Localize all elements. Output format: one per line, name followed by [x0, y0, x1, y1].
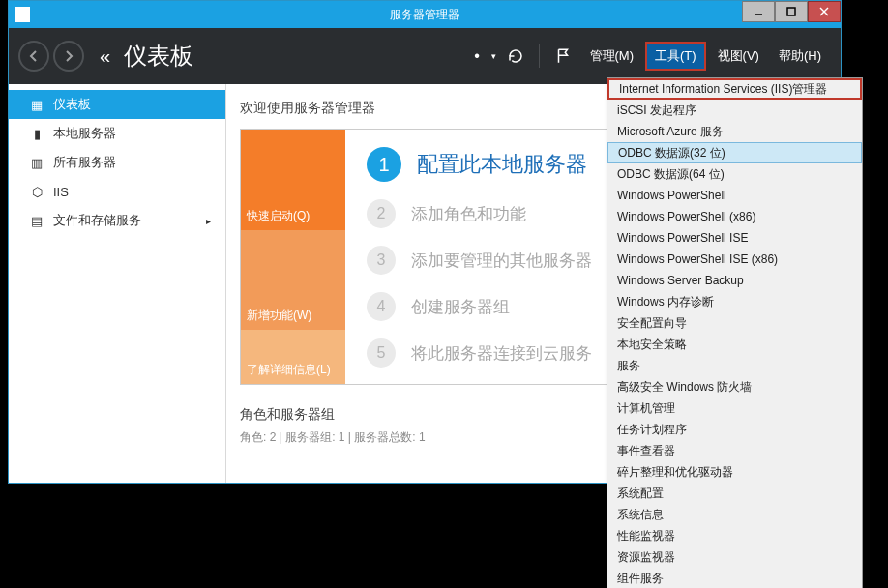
back-button[interactable] — [18, 41, 49, 72]
sidebar-item-iis[interactable]: ⬡ IIS — [9, 177, 225, 206]
servers-icon: ▥ — [30, 156, 44, 170]
tools-item-task-scheduler[interactable]: 任务计划程序 — [607, 419, 862, 440]
tools-item-security-config[interactable]: 安全配置向导 — [607, 312, 862, 334]
storage-icon: ▤ — [30, 214, 44, 228]
window-controls — [742, 1, 841, 22]
sidebar-item-label: 本地服务器 — [53, 125, 116, 142]
sidebar-item-local-server[interactable]: ▮ 本地服务器 — [9, 119, 225, 148]
tools-item-system-info[interactable]: 系统信息 — [607, 504, 862, 525]
whatsnew-section[interactable]: 新增功能(W) — [241, 230, 345, 331]
sidebar-item-label: 仪表板 — [53, 96, 91, 113]
step-number: 5 — [367, 338, 396, 368]
tools-item-resmon[interactable]: 资源监视器 — [607, 546, 862, 568]
server-icon: ▮ — [30, 127, 44, 141]
sidebar-item-storage[interactable]: ▤ 文件和存储服务 ▸ — [9, 206, 225, 235]
app-icon — [15, 7, 30, 22]
tools-item-powershell[interactable]: Windows PowerShell — [607, 185, 862, 206]
sidebar-item-label: 文件和存储服务 — [53, 212, 141, 229]
tools-item-memory-diag[interactable]: Windows 内存诊断 — [607, 291, 862, 312]
dashboard-icon: ▦ — [30, 98, 44, 112]
step-number: 2 — [367, 199, 396, 228]
step-number: 4 — [367, 292, 396, 321]
tools-item-powershell-x86[interactable]: Windows PowerShell (x86) — [607, 206, 862, 227]
page-title: 仪表板 — [124, 41, 193, 72]
tools-item-powershell-ise-x86[interactable]: Windows PowerShell ISE (x86) — [607, 249, 862, 270]
tools-item-computer-mgmt[interactable]: 计算机管理 — [607, 397, 862, 419]
menu-manage[interactable]: 管理(M) — [582, 44, 642, 69]
tools-dropdown-menu: Internet Information Services (IIS)管理器 i… — [607, 77, 863, 588]
close-button[interactable] — [808, 1, 841, 22]
menu-view[interactable]: 视图(V) — [710, 44, 767, 69]
sidebar-item-label: IIS — [53, 185, 69, 199]
step-number: 1 — [367, 147, 401, 182]
titlebar[interactable]: 服务器管理器 — [9, 1, 841, 28]
step-text: 创建服务器组 — [411, 296, 510, 318]
tools-item-azure[interactable]: Microsoft Azure 服务 — [607, 121, 862, 142]
breadcrumb-dropdown[interactable]: • ▾ — [474, 47, 495, 65]
notifications-flag-icon[interactable] — [549, 43, 577, 70]
step-number: 3 — [367, 246, 396, 275]
quickstart-sections: 快速启动(Q) 新增功能(W) 了解详细信息(L) — [241, 130, 345, 384]
iis-icon: ⬡ — [30, 185, 44, 199]
refresh-button[interactable] — [502, 43, 529, 70]
step-text: 添加角色和功能 — [411, 203, 526, 225]
tools-item-defrag[interactable]: 碎片整理和优化驱动器 — [607, 461, 862, 483]
tools-item-perfmon[interactable]: 性能监视器 — [607, 525, 862, 546]
svg-rect-1 — [787, 8, 795, 15]
step-text: 配置此本地服务器 — [417, 150, 587, 179]
menu-help[interactable]: 帮助(H) — [771, 44, 829, 69]
tools-item-odbc64[interactable]: ODBC 数据源(64 位) — [607, 163, 862, 185]
tools-item-component-services[interactable]: 组件服务 — [607, 568, 862, 588]
breadcrumb-angles: « — [100, 45, 106, 68]
minimize-button[interactable] — [742, 1, 775, 22]
tools-item-iscsi[interactable]: iSCSI 发起程序 — [607, 100, 862, 121]
sidebar: ▦ 仪表板 ▮ 本地服务器 ▥ 所有服务器 ⬡ IIS ▤ 文件和存储服务 ▸ — [9, 84, 226, 483]
maximize-button[interactable] — [775, 1, 808, 22]
sidebar-item-dashboard[interactable]: ▦ 仪表板 — [9, 90, 225, 119]
tools-item-odbc32[interactable]: ODBC 数据源(32 位) — [607, 142, 862, 163]
quickstart-section[interactable]: 快速启动(Q) — [241, 130, 345, 230]
step-text: 将此服务器连接到云服务 — [411, 342, 592, 365]
forward-button[interactable] — [53, 41, 84, 72]
window-title: 服务器管理器 — [390, 7, 459, 23]
tools-item-local-security[interactable]: 本地安全策略 — [607, 334, 862, 355]
tools-item-firewall[interactable]: 高级安全 Windows 防火墙 — [607, 376, 862, 397]
sidebar-item-label: 所有服务器 — [53, 154, 116, 171]
menu-tools[interactable]: 工具(T) — [645, 42, 706, 71]
tools-item-powershell-ise[interactable]: Windows PowerShell ISE — [607, 227, 862, 249]
tools-item-system-config[interactable]: 系统配置 — [607, 483, 862, 504]
tools-item-services[interactable]: 服务 — [607, 355, 862, 376]
tools-item-iis-manager[interactable]: Internet Information Services (IIS)管理器 — [607, 78, 862, 100]
sidebar-item-all-servers[interactable]: ▥ 所有服务器 — [9, 148, 225, 177]
step-text: 添加要管理的其他服务器 — [411, 250, 592, 272]
toolbar: « 仪表板 • ▾ 管理(M) 工具(T) 视图(V) 帮助(H) — [9, 28, 841, 84]
toolbar-separator — [539, 44, 540, 68]
chevron-right-icon: ▸ — [206, 216, 216, 226]
learnmore-section[interactable]: 了解详细信息(L) — [241, 330, 345, 384]
tools-item-server-backup[interactable]: Windows Server Backup — [607, 270, 862, 291]
tools-item-event-viewer[interactable]: 事件查看器 — [607, 440, 862, 461]
